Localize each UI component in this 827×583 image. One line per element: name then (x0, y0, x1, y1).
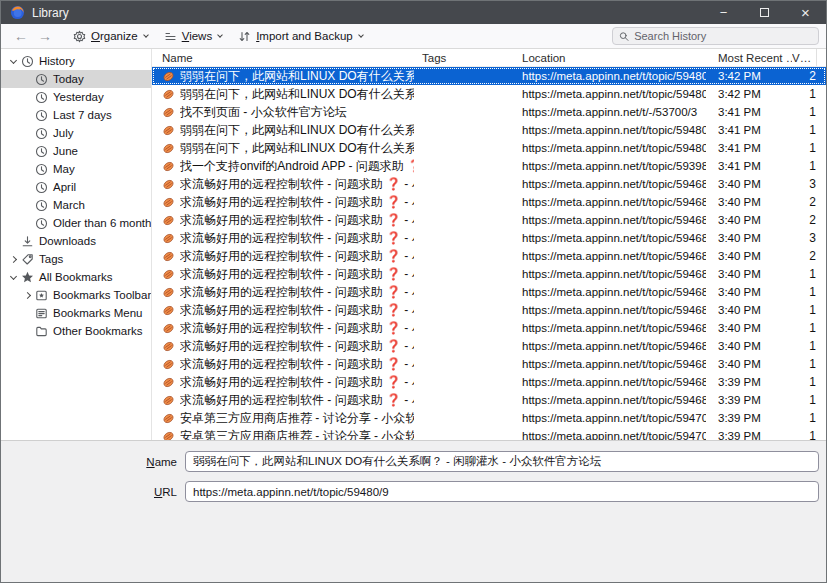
expander-icon[interactable] (21, 88, 34, 106)
sidebar-item[interactable]: July (1, 124, 151, 142)
forward-button[interactable]: → (33, 28, 57, 44)
history-row-most-recent: 3:40 PM (706, 268, 792, 280)
history-row[interactable]: 求流畅好用的远程控制软件 - 问题求助 ❓ - 小众软件… https://me… (152, 319, 826, 337)
sidebar-item[interactable]: Today (1, 70, 151, 88)
expander-icon[interactable] (21, 286, 34, 304)
history-row-location: https://meta.appinn.net/t/topic/59470/13 (514, 430, 706, 440)
expander-icon[interactable] (21, 214, 34, 232)
sidebar-item[interactable]: Other Bookmarks (1, 322, 151, 340)
history-row[interactable]: 找一个支持onvif的Android APP - 问题求助 ❓ - 小众… ht… (152, 157, 826, 175)
url-field-input[interactable] (185, 481, 819, 502)
main-area: History Today (1, 49, 826, 440)
history-row[interactable]: 求流畅好用的远程控制软件 - 问题求助 ❓ - 小众软件… https://me… (152, 391, 826, 409)
history-row-visit-count: 1 (792, 429, 826, 440)
close-button[interactable]: × (785, 1, 826, 24)
history-row[interactable]: 求流畅好用的远程控制软件 - 问题求助 ❓ - 小众软件… https://me… (152, 373, 826, 391)
organize-button[interactable]: Organize (73, 30, 148, 43)
history-row-title: 求流畅好用的远程控制软件 - 问题求助 ❓ - 小众软件… (180, 374, 414, 391)
expander-icon[interactable] (21, 160, 34, 178)
sidebar-item[interactable]: All Bookmarks (1, 268, 151, 286)
history-row[interactable]: 弱弱在问下，此网站和LINUX DO有什么关系啊？ - 闲… https://m… (152, 85, 826, 103)
history-row[interactable]: 安卓第三方应用商店推荐 - 讨论分享 - 小众软件官方论… https://me… (152, 427, 826, 440)
history-row[interactable]: 弱弱在问下，此网站和LINUX DO有什么关系啊？ - 闲… https://m… (152, 121, 826, 139)
sidebar-item[interactable]: March (1, 196, 151, 214)
expander-icon[interactable] (21, 70, 34, 88)
column-header-location[interactable]: Location (514, 52, 706, 64)
expander-icon[interactable] (7, 268, 20, 286)
column-header-tags[interactable]: Tags (414, 52, 514, 64)
history-row[interactable]: 求流畅好用的远程控制软件 - 问题求助 ❓ - 小众软件… https://me… (152, 175, 826, 193)
sidebar-item[interactable]: June (1, 142, 151, 160)
history-row-location: https://meta.appinn.net/t/topic/59468/11 (514, 304, 706, 316)
column-header-most-recent[interactable]: Most Recent … (706, 52, 792, 64)
history-row-visit-count: 3 (792, 177, 826, 191)
history-row[interactable]: 求流畅好用的远程控制软件 - 问题求助 ❓ - 小众软件… https://me… (152, 211, 826, 229)
sidebar-item[interactable]: Bookmarks Menu (1, 304, 151, 322)
history-row-visit-count: 1 (792, 321, 826, 335)
history-row-most-recent: 3:42 PM (706, 88, 792, 100)
sidebar-item-label: Yesterday (53, 91, 104, 103)
site-favicon-icon (162, 196, 175, 209)
expander-icon[interactable] (21, 124, 34, 142)
history-row[interactable]: 求流畅好用的远程控制软件 - 问题求助 ❓ - 小众软件… https://me… (152, 355, 826, 373)
expander-icon[interactable] (21, 178, 34, 196)
site-favicon-icon (162, 340, 175, 353)
site-favicon-icon (162, 430, 175, 441)
sidebar-item[interactable]: Tags (1, 250, 151, 268)
history-row[interactable]: 求流畅好用的远程控制软件 - 问题求助 ❓ - 小众软件… https://me… (152, 301, 826, 319)
history-row-location: https://meta.appinn.net/t/topic/59480 (514, 142, 706, 154)
history-row-location: https://meta.appinn.net/t/topic/59480/8 (514, 88, 706, 100)
views-button[interactable]: Views (164, 30, 222, 43)
column-header-visit-count[interactable]: V… (792, 52, 816, 64)
expander-icon[interactable] (7, 232, 20, 250)
search-input[interactable] (634, 30, 812, 42)
sidebar-item[interactable]: Yesterday (1, 88, 151, 106)
column-picker[interactable] (816, 49, 826, 66)
history-row[interactable]: 求流畅好用的远程控制软件 - 问题求助 ❓ - 小众软件… https://me… (152, 337, 826, 355)
expander-icon[interactable] (21, 304, 34, 322)
search-box[interactable] (612, 27, 819, 45)
history-row-title: 安卓第三方应用商店推荐 - 讨论分享 - 小众软件官方论… (180, 410, 414, 427)
expander-icon[interactable] (7, 250, 20, 268)
sidebar-item[interactable]: History (1, 52, 151, 70)
import-and-backup-button[interactable]: Import and Backup (238, 30, 363, 43)
history-row-visit-count: 1 (792, 303, 826, 317)
site-favicon-icon (162, 106, 175, 119)
history-row[interactable]: 求流畅好用的远程控制软件 - 问题求助 ❓ - 小众软件… https://me… (152, 247, 826, 265)
window-title: Library (32, 6, 703, 20)
history-row[interactable]: 找不到页面 - 小众软件官方论坛 https://meta.appinn.net… (152, 103, 826, 121)
sidebar-item-label: May (53, 163, 75, 175)
title-bar[interactable]: Library − × (1, 1, 826, 24)
expander-icon[interactable] (7, 52, 20, 70)
expander-icon[interactable] (21, 322, 34, 340)
minimize-icon: − (720, 5, 728, 20)
history-row[interactable]: 弱弱在问下，此网站和LINUX DO有什么关系啊？ - 闲… https://m… (152, 67, 826, 85)
name-field-input[interactable] (185, 451, 819, 472)
history-row-visit-count: 1 (792, 339, 826, 353)
expander-icon[interactable] (21, 196, 34, 214)
sidebar-item[interactable]: April (1, 178, 151, 196)
expander-icon[interactable] (21, 142, 34, 160)
history-row-visit-count: 1 (792, 357, 826, 371)
sidebar-item[interactable]: May (1, 160, 151, 178)
sidebar-item[interactable]: Downloads (1, 232, 151, 250)
history-row-location: https://meta.appinn.net/t/topic/59468/12 (514, 286, 706, 298)
history-row[interactable]: 求流畅好用的远程控制软件 - 问题求助 ❓ - 小众软件… https://me… (152, 193, 826, 211)
maximize-button[interactable] (744, 1, 785, 24)
minimize-button[interactable]: − (703, 1, 744, 24)
sidebar-item[interactable]: Last 7 days (1, 106, 151, 124)
history-row[interactable]: 求流畅好用的远程控制软件 - 问题求助 ❓ - 小众软件… https://me… (152, 265, 826, 283)
site-favicon-icon (162, 286, 175, 299)
history-row-visit-count: 2 (792, 69, 826, 83)
history-row-location: https://meta.appinn.net/t/topic/59468/4 (514, 376, 706, 388)
sidebar-item[interactable]: Older than 6 months (1, 214, 151, 232)
firefox-icon (10, 5, 25, 20)
column-header-name[interactable]: Name (152, 52, 414, 64)
history-row[interactable]: 求流畅好用的远程控制软件 - 问题求助 ❓ - 小众软件… https://me… (152, 229, 826, 247)
history-row[interactable]: 求流畅好用的远程控制软件 - 问题求助 ❓ - 小众软件… https://me… (152, 283, 826, 301)
history-row[interactable]: 弱弱在问下，此网站和LINUX DO有什么关系啊？ - 闲… https://m… (152, 139, 826, 157)
expander-icon[interactable] (21, 106, 34, 124)
back-button[interactable]: ← (9, 28, 33, 44)
history-row[interactable]: 安卓第三方应用商店推荐 - 讨论分享 - 小众软件官方论… https://me… (152, 409, 826, 427)
sidebar-item[interactable]: Bookmarks Toolbar (1, 286, 151, 304)
